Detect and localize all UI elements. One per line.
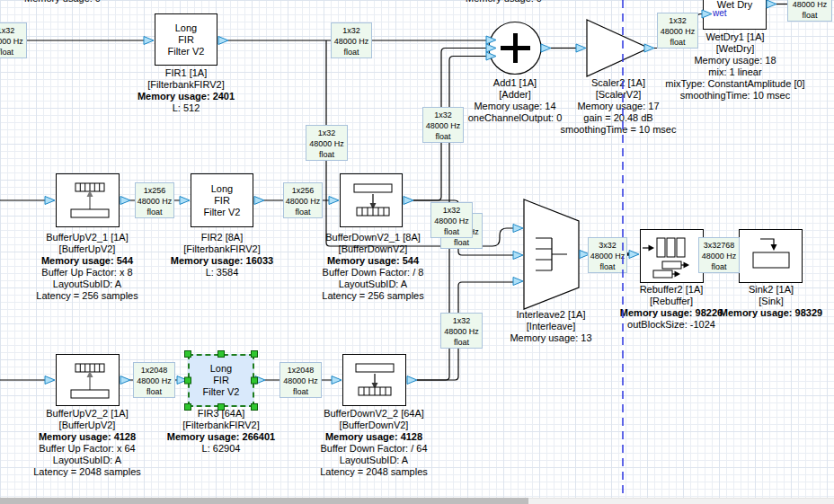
overlay-layer bbox=[0, 0, 834, 504]
horizontal-scrollbar-thumb[interactable] bbox=[0, 498, 528, 504]
schematic-canvas[interactable]: Memory usage: 0 Memory usage: 0 Long FIR… bbox=[0, 0, 834, 504]
